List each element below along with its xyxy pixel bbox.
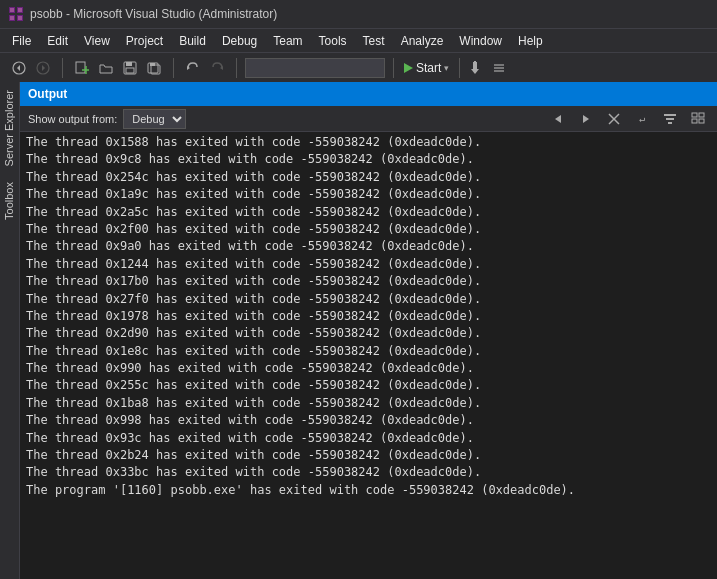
toolbar-search-group	[241, 58, 389, 78]
left-sidebar: Server Explorer Toolbox	[0, 82, 20, 579]
output-line: The thread 0x93c has exited with code -5…	[26, 430, 711, 447]
output-line: The thread 0x254c has exited with code -…	[26, 169, 711, 186]
output-panel: Output Show output from: Debug	[20, 82, 717, 579]
svg-rect-17	[126, 68, 134, 73]
svg-rect-39	[699, 119, 704, 123]
svg-rect-36	[692, 113, 697, 117]
menu-item-help[interactable]: Help	[510, 32, 551, 50]
menu-item-team[interactable]: Team	[265, 32, 310, 50]
toolbar-save-btn[interactable]	[119, 57, 141, 79]
svg-marker-29	[555, 115, 561, 123]
menu-item-analyze[interactable]: Analyze	[393, 32, 452, 50]
toolbar-sep-3	[236, 58, 237, 78]
toolbar-saveall-btn[interactable]	[143, 57, 165, 79]
menu-item-project[interactable]: Project	[118, 32, 171, 50]
svg-rect-5	[18, 8, 22, 12]
toolbar-file-group	[67, 57, 169, 79]
svg-marker-9	[17, 65, 20, 71]
output-btn-3[interactable]	[603, 109, 625, 129]
server-explorer-tab[interactable]: Server Explorer	[0, 82, 19, 174]
output-line: The thread 0x33bc has exited with code -…	[26, 464, 711, 481]
output-line: The thread 0x17b0 has exited with code -…	[26, 273, 711, 290]
main-layout: Server Explorer Toolbox Output Show outp…	[0, 82, 717, 579]
menu-bar: FileEditViewProjectBuildDebugTeamToolsTe…	[0, 28, 717, 52]
menu-item-build[interactable]: Build	[171, 32, 214, 50]
main-content: Output Show output from: Debug	[20, 82, 717, 579]
output-line: The thread 0x2a5c has exited with code -…	[26, 204, 711, 221]
title-bar: psobb - Microsoft Visual Studio (Adminis…	[0, 0, 717, 28]
menu-item-view[interactable]: View	[76, 32, 118, 50]
svg-marker-24	[471, 69, 479, 74]
output-header: Output	[20, 82, 717, 106]
output-line: The thread 0x9a0 has exited with code -5…	[26, 238, 711, 255]
app-icon	[8, 6, 24, 22]
output-source-select[interactable]: Debug	[123, 109, 186, 129]
start-label: Start	[416, 61, 441, 75]
output-line: The thread 0x2d90 has exited with code -…	[26, 325, 711, 342]
output-line: The thread 0x1978 has exited with code -…	[26, 308, 711, 325]
output-line: The thread 0x998 has exited with code -5…	[26, 412, 711, 429]
output-btn-1[interactable]	[547, 109, 569, 129]
start-icon	[404, 63, 413, 73]
svg-rect-34	[666, 118, 674, 120]
menu-item-edit[interactable]: Edit	[39, 32, 76, 50]
toolbar-sep-4	[393, 58, 394, 78]
output-toolbar: Show output from: Debug	[20, 106, 717, 132]
menu-item-window[interactable]: Window	[451, 32, 510, 50]
svg-rect-38	[692, 119, 697, 123]
svg-rect-6	[10, 16, 14, 20]
svg-rect-37	[699, 113, 704, 117]
output-line: The thread 0x255c has exited with code -…	[26, 377, 711, 394]
output-btn-more[interactable]	[687, 109, 709, 129]
toolbox-tab[interactable]: Toolbox	[0, 174, 19, 228]
output-line: The thread 0x1a9c has exited with code -…	[26, 186, 711, 203]
toolbar-redo-btn[interactable]	[206, 57, 228, 79]
toolbar-pin-btn[interactable]	[464, 57, 486, 79]
window-title: psobb - Microsoft Visual Studio (Adminis…	[30, 7, 277, 21]
output-line: The program '[1160] psobb.exe' has exite…	[26, 482, 711, 499]
output-btn-2[interactable]	[575, 109, 597, 129]
svg-rect-4	[10, 8, 14, 12]
output-content[interactable]: The thread 0x1588 has exited with code -…	[20, 132, 717, 579]
toolbar-sep-5	[459, 58, 460, 78]
output-source-wrap: Debug	[123, 109, 186, 129]
quick-launch-input[interactable]	[245, 58, 385, 78]
output-line: The thread 0x1244 has exited with code -…	[26, 256, 711, 273]
svg-rect-7	[18, 16, 22, 20]
svg-rect-12	[76, 62, 85, 73]
toolbar-nav-group	[4, 57, 58, 79]
output-line: The thread 0x9c8 has exited with code -5…	[26, 151, 711, 168]
svg-rect-16	[126, 62, 132, 66]
svg-rect-23	[473, 62, 477, 69]
toolbar-undo-btn[interactable]	[182, 57, 204, 79]
start-dropdown-arrow: ▾	[444, 63, 449, 73]
output-btn-filter[interactable]	[659, 109, 681, 129]
svg-rect-35	[668, 122, 672, 124]
toolbar-edit-group	[178, 57, 232, 79]
start-button[interactable]: Start ▾	[398, 59, 455, 77]
output-line: The thread 0x990 has exited with code -5…	[26, 360, 711, 377]
output-line: The thread 0x1ba8 has exited with code -…	[26, 395, 711, 412]
toolbar-sep-1	[62, 58, 63, 78]
menu-item-tools[interactable]: Tools	[311, 32, 355, 50]
svg-marker-30	[583, 115, 589, 123]
menu-item-file[interactable]: File	[4, 32, 39, 50]
output-btn-wordwrap[interactable]: ↵	[631, 109, 653, 129]
toolbar: Start ▾	[0, 52, 717, 82]
toolbar-newproject-btn[interactable]	[71, 57, 93, 79]
output-line: The thread 0x2b24 has exited with code -…	[26, 447, 711, 464]
menu-item-debug[interactable]: Debug	[214, 32, 265, 50]
output-title: Output	[28, 87, 67, 101]
menu-item-test[interactable]: Test	[355, 32, 393, 50]
toolbar-back-btn[interactable]	[8, 57, 30, 79]
toolbar-sep-2	[173, 58, 174, 78]
toolbar-forward-btn[interactable]	[32, 57, 54, 79]
show-output-label: Show output from:	[28, 113, 117, 125]
toolbar-more-btn[interactable]	[488, 57, 510, 79]
svg-rect-33	[664, 114, 676, 116]
toolbar-open-btn[interactable]	[95, 57, 117, 79]
output-line: The thread 0x1e8c has exited with code -…	[26, 343, 711, 360]
output-line: The thread 0x2f00 has exited with code -…	[26, 221, 711, 238]
svg-marker-11	[42, 65, 45, 71]
output-line: The thread 0x27f0 has exited with code -…	[26, 291, 711, 308]
